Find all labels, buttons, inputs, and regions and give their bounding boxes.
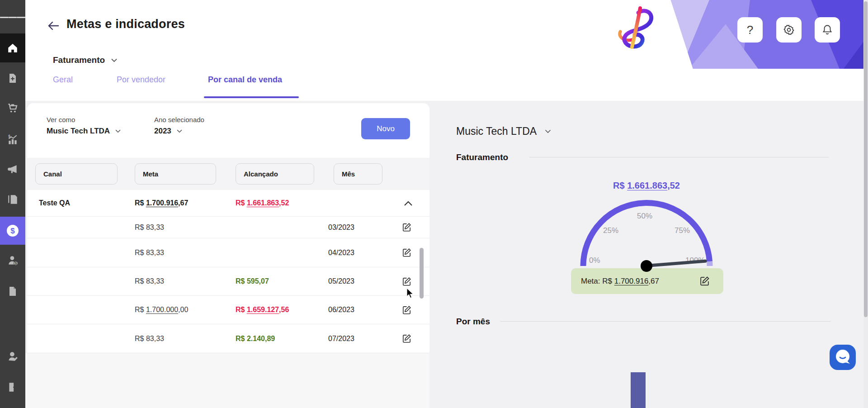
column-filter-mes[interactable]: Mês [334,163,382,185]
table-row: R$ 83,33 04/2023 [27,238,429,267]
page-title: Metas e indicadores [66,17,185,31]
page-scrollbar[interactable] [863,0,868,408]
month-rows-scroll-area[interactable]: R$ 83,33 03/2023 R$ 83,33 04/2023 R$ 83,… [27,217,429,353]
table-row: R$ 83,33 R$ 2.140,89 07/2023 [27,324,429,353]
question-mark-icon: ? [747,23,753,37]
faturamento-section-title: Faturamento [456,152,508,162]
profile-icon[interactable] [0,344,25,369]
gauge-needle-hub [641,260,652,272]
metric-selector-label: Faturamento [53,55,105,65]
month-value: 06/2023 [328,306,354,314]
active-tab-underline [204,96,299,98]
meta-goal-text: Meta: R$ 1.700.916,67 [581,277,659,286]
meta-value: R$ 83,33 [135,277,164,285]
customer-finance-icon[interactable]: $ [0,248,25,273]
alcancado-value: R$ 1.661.863,52 [236,199,289,207]
chat-widget-button[interactable] [830,345,856,370]
collapse-chevron-up-icon[interactable] [404,198,414,208]
edit-meta-icon[interactable] [699,275,711,287]
finance-icon[interactable]: $ [0,218,25,243]
gauge-tick-25: 25% [603,226,618,235]
chevron-down-icon [177,129,182,133]
chat-bubble-icon [830,345,856,370]
new-document-icon[interactable] [0,66,25,91]
table-scrollbar-thumb[interactable] [420,248,424,299]
meta-value: R$ 83,33 [135,335,164,343]
column-filter-canal[interactable]: Canal [35,163,118,185]
back-arrow-icon[interactable] [47,19,61,33]
left-lower-background [25,353,429,408]
table-row: R$ 83,33 03/2023 [27,217,429,238]
treble-clef-logo [611,5,658,51]
gauge-current-value: R$ 1.661.863,52 [579,180,714,191]
alcancado-value: R$ 1.659.127,56 [236,306,289,314]
alcancado-value: R$ 2.140,89 [236,335,275,343]
month-value: 07/2023 [328,335,354,343]
edit-icon[interactable] [401,333,413,345]
novo-button[interactable]: Novo [361,118,410,139]
menu-icon[interactable] [0,5,25,30]
table-header-strip: Canal Meta Alcançado Mês [27,158,429,190]
chevron-down-icon [115,129,121,133]
notifications-button[interactable] [815,17,840,43]
section-divider [500,321,831,322]
goals-table-card: Ver como Music Tech LTDA Ano selecionado… [27,103,429,353]
month-value: 05/2023 [328,277,354,285]
ano-dropdown[interactable]: 2023 [154,127,182,136]
meta-value: R$ 83,33 [135,223,164,232]
edit-icon[interactable] [401,247,413,259]
meta-value: R$ 83,33 [135,249,164,257]
edit-icon[interactable] [401,275,413,287]
home-icon[interactable] [0,35,25,61]
svg-text:$: $ [15,261,17,266]
sales-indicators-icon[interactable]: $ [0,127,25,152]
monthly-bar [631,372,646,408]
gear-icon [783,24,795,36]
metric-selector-dropdown[interactable]: Faturamento [53,55,117,65]
svg-text:$: $ [8,134,10,138]
tab-por-canal-de-venda[interactable]: Por canal de venda [208,75,282,85]
column-filter-meta[interactable]: Meta [135,163,216,185]
sidebar: $ $ $ [0,0,25,408]
meta-value: R$ 1.700.000,00 [135,306,188,314]
gauge-tick-75: 75% [675,226,690,235]
contracts-icon[interactable] [0,187,25,212]
company-dropdown[interactable]: Music Tech LTDA [456,125,551,138]
edit-icon[interactable] [401,304,413,316]
meta-goal-chip: Meta: R$ 1.700.916,67 [571,268,723,294]
table-row: R$ 83,33 R$ 595,07 05/2023 [27,267,429,296]
gauge-tick-0: 0% [589,256,600,265]
purchases-cart-icon[interactable] [0,95,25,121]
gauge-tick-50: 50% [637,212,652,221]
month-value: 04/2023 [328,249,354,257]
ano-selecionado-label: Ano selecionado [154,116,204,123]
help-button[interactable]: ? [737,17,763,43]
bell-icon [821,24,833,36]
ver-como-label: Ver como [47,116,75,123]
tab-geral[interactable]: Geral [53,75,73,85]
alcancado-value: R$ 595,07 [236,277,269,285]
column-filter-alcancado[interactable]: Alcançado [236,163,314,185]
month-value: 03/2023 [328,223,354,232]
meta-value: R$ 1.700.916,67 [135,199,188,207]
canal-name: Teste QA [39,199,70,207]
page-scrollbar-thumb[interactable] [864,1,868,317]
chevron-down-icon [111,58,117,62]
por-mes-section-title: Por mês [456,317,490,327]
edit-icon[interactable] [401,222,413,233]
documents-icon[interactable] [0,279,25,304]
logout-icon[interactable] [0,375,25,400]
section-divider [529,157,829,157]
table-row: R$ 1.700.000,00 R$ 1.659.127,56 06/2023 [27,296,429,324]
svg-text:$: $ [10,227,15,235]
metas-e-indicadores-page: $ $ $ Metas e indicadores Faturamento [0,0,868,408]
ver-como-dropdown[interactable]: Music Tech LTDA [47,127,121,136]
marketing-megaphone-icon[interactable] [0,157,25,182]
tab-por-vendedor[interactable]: Por vendedor [117,75,165,85]
table-row-summary[interactable]: Teste QA R$ 1.700.916,67 R$ 1.661.863,52 [27,190,429,217]
settings-button[interactable] [776,17,802,43]
chevron-down-icon [545,129,551,133]
